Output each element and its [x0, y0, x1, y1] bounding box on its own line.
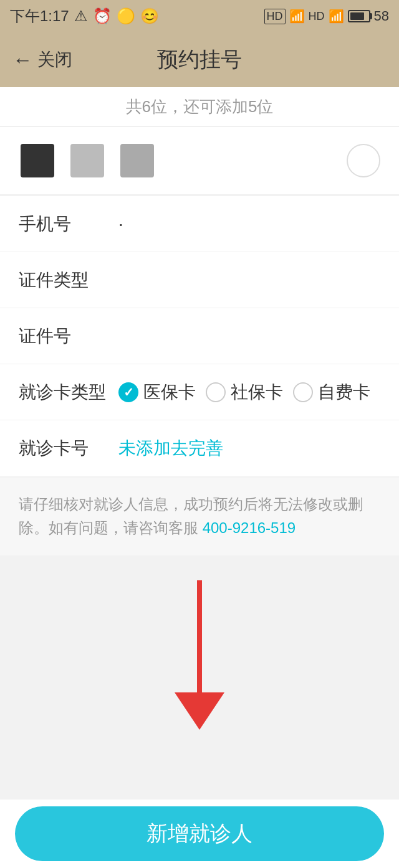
radio-unchecked-icon-1	[206, 382, 226, 402]
add-patient-label: 新增就诊人	[147, 819, 252, 848]
avatar-1[interactable]	[19, 142, 56, 179]
card-number-link[interactable]: 未添加去完善	[118, 436, 223, 460]
id-number-row[interactable]: 证件号	[0, 308, 399, 364]
avatar-add-circle[interactable]	[347, 144, 380, 177]
phone-value: ·	[118, 214, 123, 234]
medical-insurance-option[interactable]: 医保卡	[118, 380, 196, 404]
dot-icon: 🟡	[117, 7, 135, 25]
notice-section: 请仔细核对就诊人信息，成功预约后将无法修改或删 除。如有问题，请咨询客服 400…	[0, 478, 399, 555]
card-type-label: 就诊卡类型	[19, 380, 118, 404]
status-bar: 下午1:17 ⚠ ⏰ 🟡 😊 HD 📶 HD 📶 58	[0, 0, 399, 32]
card-number-label: 就诊卡号	[19, 436, 118, 460]
notice-phone[interactable]: 400-9216-519	[203, 519, 296, 536]
social-insurance-label: 社保卡	[231, 380, 283, 404]
battery-icon	[348, 10, 370, 22]
page-title: 预约挂号	[157, 45, 242, 74]
back-button[interactable]: ← 关闭	[12, 48, 72, 72]
signal2: 📶	[329, 9, 344, 24]
card-number-row[interactable]: 就诊卡号 未添加去完善	[0, 420, 399, 476]
add-patient-button[interactable]: 新增就诊人	[15, 806, 384, 861]
social-insurance-option[interactable]: 社保卡	[206, 380, 283, 404]
medical-insurance-label: 医保卡	[143, 380, 196, 404]
clock-icon: ⏰	[93, 7, 112, 25]
status-right: HD 📶 HD 📶 58	[264, 8, 389, 24]
avatar-3[interactable]	[118, 142, 156, 179]
radio-unchecked-icon-2	[293, 382, 313, 402]
hd-label: HD	[264, 9, 286, 24]
id-type-row[interactable]: 证件类型	[0, 252, 399, 308]
radio-checked-icon	[118, 382, 138, 402]
avatar-section	[0, 127, 399, 195]
down-arrow	[175, 580, 224, 730]
nav-bar: ← 关闭 预约挂号	[0, 32, 399, 87]
subtitle-bar: 共6位，还可添加5位	[0, 87, 399, 127]
battery-level: 58	[374, 8, 389, 24]
card-type-row: 就诊卡类型 医保卡 社保卡 自费卡	[0, 364, 399, 420]
notice-text-part2: 除。如有问题，请咨询客服	[19, 519, 203, 536]
id-type-label: 证件类型	[19, 268, 118, 292]
id-number-label: 证件号	[19, 324, 118, 348]
notification-icon: ⚠	[74, 7, 88, 25]
avatar-gray1-square	[70, 144, 104, 177]
form-section: 手机号 · 证件类型 证件号 就诊卡类型 医保卡 社保卡 自费卡	[0, 196, 399, 476]
signal1: 📶	[289, 9, 305, 24]
close-label: 关闭	[37, 48, 72, 72]
avatar-gray2-square	[120, 144, 154, 177]
self-pay-label: 自费卡	[318, 380, 370, 404]
phone-label: 手机号	[19, 212, 118, 236]
subtitle-text: 共6位，还可添加5位	[126, 96, 274, 118]
card-options: 医保卡 社保卡 自费卡	[118, 380, 370, 404]
arrow-line	[197, 580, 202, 692]
avatar-dark-square	[21, 144, 54, 177]
arrow-head	[175, 692, 224, 730]
status-left: 下午1:17 ⚠ ⏰ 🟡 😊	[10, 6, 159, 26]
self-pay-option[interactable]: 自费卡	[293, 380, 370, 404]
notice-text: 请仔细核对就诊人信息，成功预约后将无法修改或删 除。如有问题，请咨询客服 400…	[19, 493, 380, 540]
phone-row[interactable]: 手机号 ·	[0, 196, 399, 252]
avatar-2[interactable]	[69, 142, 106, 179]
emoji-icon: 😊	[140, 7, 159, 25]
back-arrow-icon: ←	[12, 49, 32, 72]
hd2-label: HD	[309, 10, 325, 23]
bottom-bar: 新增就诊人	[0, 800, 399, 868]
notice-text-part1: 请仔细核对就诊人信息，成功预约后将无法修改或删	[19, 496, 363, 512]
status-time: 下午1:17	[10, 6, 69, 26]
